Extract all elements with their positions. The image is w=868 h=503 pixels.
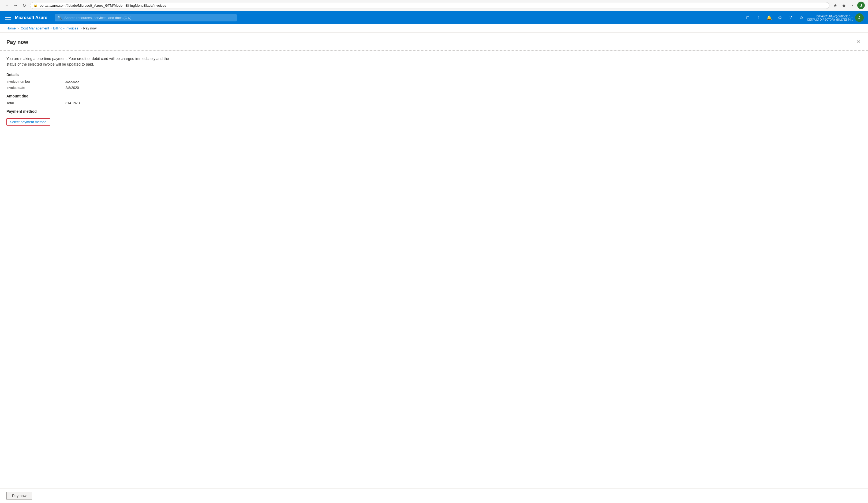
- total-row: Total 314 TWD: [7, 101, 861, 105]
- more-button[interactable]: ⋮: [849, 2, 856, 9]
- search-container: 🔍: [55, 14, 237, 21]
- breadcrumb-current: Pay now: [83, 26, 97, 30]
- invoice-number-label: Invoice number: [7, 80, 65, 84]
- user-directory: DEFAULT DIRECTORY (BILLTEST4...: [807, 18, 853, 21]
- nav-buttons: ← → ↻: [3, 2, 28, 9]
- user-avatar[interactable]: J: [855, 13, 864, 22]
- notifications-button[interactable]: 🔔: [764, 13, 774, 22]
- breadcrumb-sep-2: >: [80, 27, 81, 30]
- amount-due-section-title: Amount due: [7, 94, 861, 98]
- refresh-button[interactable]: ↻: [20, 2, 28, 9]
- close-button[interactable]: ✕: [855, 38, 861, 46]
- azure-logo: Microsoft Azure: [15, 15, 47, 20]
- forward-button[interactable]: →: [12, 2, 19, 9]
- url-text: portal.azure.com/#blade/Microsoft_Azure_…: [40, 3, 826, 8]
- upload-button[interactable]: ⇧: [754, 13, 763, 22]
- panel-title: Pay now: [7, 39, 28, 45]
- user-email: billtest456tw@outlook.c...: [817, 14, 853, 18]
- azure-topbar: Microsoft Azure 🔍 □ ⇧ 🔔 ⚙ ? ☺ billtest45…: [0, 11, 868, 24]
- invoice-number-value: xxxxxxxx: [65, 80, 79, 84]
- panel-body: You are making a one-time payment. Your …: [0, 51, 868, 131]
- main-content: Home > Cost Management + Billing - Invoi…: [0, 24, 868, 503]
- info-text: You are making a one-time payment. Your …: [7, 56, 178, 67]
- hamburger-menu[interactable]: [4, 15, 12, 21]
- breadcrumb: Home > Cost Management + Billing - Invoi…: [0, 24, 868, 33]
- pay-now-button[interactable]: Pay now: [7, 492, 32, 500]
- lock-icon: 🔒: [33, 3, 38, 7]
- breadcrumb-home[interactable]: Home: [7, 26, 16, 30]
- browser-profile[interactable]: J: [857, 2, 865, 9]
- browser-toolbar: ← → ↻ 🔒 portal.azure.com/#blade/Microsof…: [0, 0, 868, 11]
- payment-method-section-title: Payment method: [7, 109, 861, 114]
- total-label: Total: [7, 101, 65, 105]
- search-icon: 🔍: [57, 15, 62, 20]
- invoice-date-row: Invoice date 2/8/2020: [7, 86, 861, 90]
- bookmark-button[interactable]: ★: [831, 2, 839, 9]
- cloud-shell-button[interactable]: □: [743, 13, 753, 22]
- invoice-number-row: Invoice number xxxxxxxx: [7, 80, 861, 84]
- address-bar[interactable]: 🔒 portal.azure.com/#blade/Microsoft_Azur…: [30, 2, 829, 9]
- user-info: billtest456tw@outlook.c... DEFAULT DIREC…: [807, 14, 853, 21]
- breadcrumb-billing[interactable]: Cost Management + Billing - Invoices: [21, 26, 78, 30]
- select-payment-method-button[interactable]: Select payment method: [7, 118, 50, 126]
- invoice-date-label: Invoice date: [7, 86, 65, 90]
- search-input[interactable]: [55, 14, 237, 21]
- browser-actions: ★ ◆ ⋮ J: [831, 2, 865, 9]
- settings-button[interactable]: ⚙: [775, 13, 785, 22]
- feedback-button[interactable]: ☺: [796, 13, 806, 22]
- help-button[interactable]: ?: [786, 13, 795, 22]
- details-section-title: Details: [7, 73, 861, 77]
- browser-chrome: ← → ↻ 🔒 portal.azure.com/#blade/Microsof…: [0, 0, 868, 11]
- pay-now-panel: Pay now ✕ You are making a one-time paym…: [0, 33, 868, 131]
- total-value: 314 TWD: [65, 101, 80, 105]
- panel-footer: Pay now: [0, 488, 868, 503]
- breadcrumb-sep-1: >: [18, 27, 19, 30]
- panel-header: Pay now ✕: [0, 33, 868, 51]
- invoice-date-value: 2/8/2020: [65, 86, 79, 90]
- topbar-actions: □ ⇧ 🔔 ⚙ ? ☺ billtest456tw@outlook.c... D…: [743, 13, 864, 22]
- extensions-button[interactable]: ◆: [840, 2, 848, 9]
- back-button[interactable]: ←: [3, 2, 11, 9]
